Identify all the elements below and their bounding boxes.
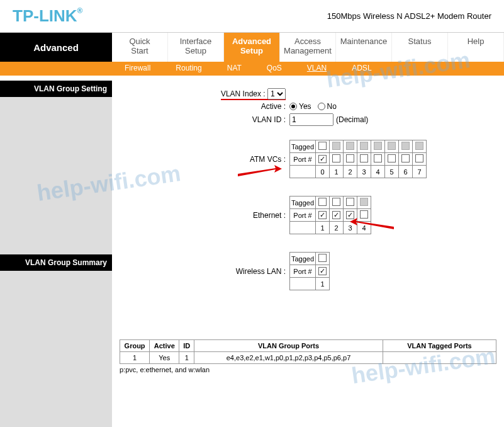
port-checkbox[interactable] [357, 209, 371, 222]
tagged-checkbox [399, 140, 413, 153]
wlan-grid: TaggedPort #1 [289, 252, 330, 290]
subnav-nat[interactable]: NAT [215, 62, 254, 76]
port-checkbox[interactable] [330, 153, 344, 166]
port-number: 2 [330, 222, 344, 234]
port-number: 4 [357, 222, 371, 234]
sidebar: VLAN Group Setting VLAN Group Summary [0, 76, 112, 427]
vlan-id-label: VLAN ID : [120, 115, 289, 124]
port-checkbox[interactable] [316, 209, 330, 222]
port-checkbox[interactable] [371, 153, 385, 166]
vlan-id-suffix: (Decimal) [336, 115, 368, 124]
port-checkbox[interactable] [344, 209, 357, 222]
tagged-checkbox[interactable] [316, 196, 330, 209]
port-checkbox[interactable] [385, 153, 399, 166]
tagged-checkbox [330, 140, 344, 153]
summary-col: Group [120, 340, 150, 352]
port-number: 3 [357, 166, 371, 178]
active-yes-radio[interactable]: Yes [289, 102, 311, 111]
nav-tab-interface[interactable]: InterfaceSetup [168, 33, 224, 62]
summary-col: ID [179, 340, 194, 352]
nav-tab-access[interactable]: AccessManagement [280, 33, 336, 62]
port-number: 3 [344, 222, 357, 234]
port-number: 6 [399, 166, 413, 178]
port-checkbox[interactable] [344, 153, 357, 166]
summary-cell: 1 [179, 352, 194, 364]
main-nav: Advanced QuickStartInterfaceSetupAdvance… [0, 33, 504, 62]
port-checkbox[interactable] [330, 209, 344, 222]
eth-grid: TaggedPort #1234 [289, 196, 371, 234]
nav-tab-quick[interactable]: QuickStart [112, 33, 168, 62]
port-number: 0 [316, 166, 330, 178]
summary-col: Active [150, 340, 179, 352]
tagged-checkbox [413, 140, 427, 153]
tagged-checkbox[interactable] [344, 196, 357, 209]
vlan-index-select[interactable]: 1 [267, 88, 286, 100]
port-checkbox[interactable] [357, 153, 371, 166]
port-checkbox[interactable] [316, 153, 330, 166]
summary-cell: e4,e3,e2,e1,w1,p0,p1,p2,p3,p4,p5,p6,p7 [194, 352, 383, 364]
tagged-checkbox [385, 140, 399, 153]
tagged-checkbox[interactable] [316, 140, 330, 153]
nav-tab-maintenance[interactable]: Maintenance [336, 33, 392, 62]
header-bar: TP-LINK® 150Mbps Wireless N ADSL2+ Modem… [0, 0, 504, 33]
product-name: 150Mbps Wireless N ADSL2+ Modem Router [327, 11, 491, 21]
subnav-vlan[interactable]: VLAN [294, 62, 339, 76]
port-number: 4 [371, 166, 385, 178]
summary-cell: 1 [120, 352, 150, 364]
active-no-radio[interactable]: No [318, 102, 337, 111]
port-number: 1 [330, 166, 344, 178]
summary-col: VLAN Tagged Ports [383, 340, 496, 352]
summary-col: VLAN Group Ports [194, 340, 383, 352]
tagged-checkbox[interactable] [330, 196, 344, 209]
subnav-qos[interactable]: QoS [254, 62, 294, 76]
port-number: 5 [385, 166, 399, 178]
tagged-checkbox [357, 140, 371, 153]
port-number: 1 [316, 278, 330, 290]
summary-table: GroupActiveIDVLAN Group PortsVLAN Tagged… [120, 339, 496, 364]
logo: TP-LINK® [13, 6, 82, 26]
nav-tab-advanced[interactable]: AdvancedSetup [224, 33, 280, 62]
nav-tab-status[interactable]: Status [392, 33, 448, 62]
wlan-label: Wireless LAN : [120, 267, 289, 276]
section-header-setting: VLAN Group Setting [0, 81, 112, 97]
eth-label: Ethernet : [120, 211, 289, 220]
atm-label: ATM VCs : [120, 155, 289, 164]
content-area: help-wifi.com help-wifi.com help-wifi.co… [112, 76, 504, 427]
port-checkbox[interactable] [399, 153, 413, 166]
vlan-index-label: VLAN Index : [221, 89, 266, 98]
subnav-routing[interactable]: Routing [163, 62, 214, 76]
port-checkbox[interactable] [413, 153, 427, 166]
vlan-id-input[interactable] [289, 113, 333, 126]
port-number: 2 [344, 166, 357, 178]
tagged-checkbox [344, 140, 357, 153]
atm-grid: TaggedPort #01234567 [289, 140, 427, 178]
subnav-adsl[interactable]: ADSL [339, 62, 384, 76]
active-label: Active : [120, 102, 289, 111]
summary-cell: Yes [150, 352, 179, 364]
tagged-checkbox [371, 140, 385, 153]
nav-tab-help[interactable]: Help [448, 33, 504, 62]
subnav-firewall[interactable]: Firewall [112, 62, 163, 76]
nav-section-label: Advanced [0, 33, 112, 62]
summary-cell [383, 352, 496, 364]
tagged-checkbox[interactable] [316, 253, 330, 265]
port-number: 7 [413, 166, 427, 178]
sub-nav: FirewallRoutingNATQoSVLANADSL [0, 62, 504, 76]
summary-legend: p:pvc, e:ethernet, and w:wlan [120, 366, 496, 373]
tagged-checkbox [357, 196, 371, 209]
section-header-summary: VLAN Group Summary [0, 254, 112, 271]
port-number: 1 [316, 222, 330, 234]
port-checkbox[interactable] [316, 265, 330, 278]
